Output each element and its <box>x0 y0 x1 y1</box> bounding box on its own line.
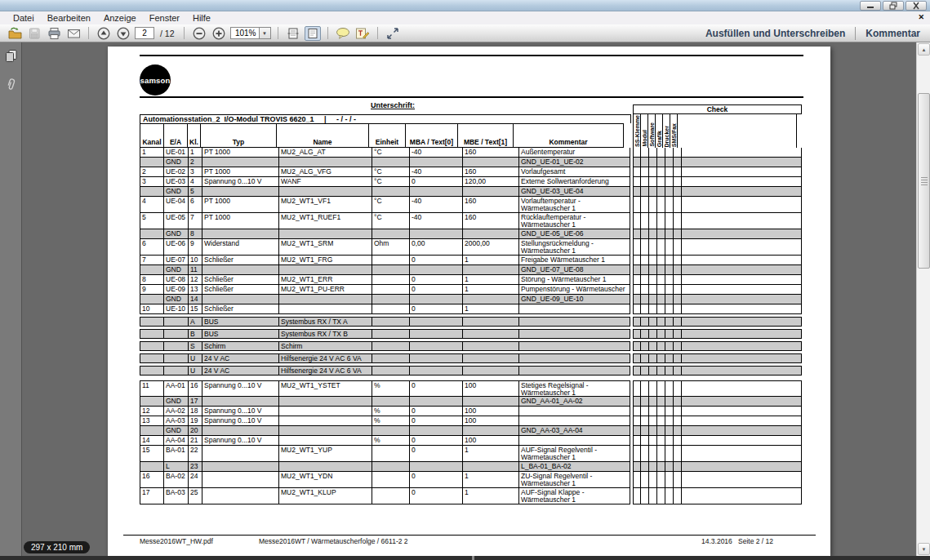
check-cell <box>674 187 682 197</box>
cell-mba <box>410 158 463 167</box>
header-rule-bottom <box>140 96 803 98</box>
table-row: SSchirmSchirm <box>140 341 802 351</box>
cell-mba: 0 <box>410 177 463 187</box>
cell-einheit <box>372 472 410 488</box>
close-button[interactable] <box>906 1 927 11</box>
check-cell <box>657 380 665 397</box>
check-cell <box>641 462 649 472</box>
cell-typ: PT 1000 <box>202 148 279 158</box>
check-cell <box>641 397 649 407</box>
fullscreen-button[interactable] <box>385 26 401 41</box>
check-cell <box>649 256 657 265</box>
check-cell <box>633 472 641 488</box>
sign-tool-button[interactable] <box>354 26 371 41</box>
resize-notch <box>472 556 474 560</box>
cell-mbe <box>463 353 519 363</box>
menu-datei[interactable]: Datei <box>7 13 41 23</box>
email-button[interactable] <box>65 26 82 41</box>
cell-ea: GND <box>164 265 189 275</box>
menu-anzeige[interactable]: Anzeige <box>97 13 143 23</box>
cell-mba: 0 <box>410 304 463 314</box>
single-page-view-button[interactable] <box>305 26 321 41</box>
check-cell <box>665 229 674 239</box>
save-button[interactable] <box>26 26 42 41</box>
minimize-button[interactable] <box>860 1 881 11</box>
zoom-in-button[interactable] <box>211 26 227 41</box>
menubar: Datei Bearbeiten Anzeige Fenster Hilfe ✕ <box>0 11 930 24</box>
titlebar[interactable] <box>0 0 930 11</box>
window-bottom-border <box>0 556 930 560</box>
cell-ea: UE-06 <box>164 239 189 256</box>
cell-mbe: 100 <box>463 407 519 416</box>
check-cell <box>649 426 657 436</box>
zoom-out-button[interactable] <box>191 26 207 41</box>
cell-ea: AA-03 <box>164 416 189 426</box>
menu-bearbeiten[interactable]: Bearbeiten <box>41 13 97 23</box>
cell-kommentar: Vorlaufgesamt <box>519 167 630 177</box>
scroll-down-button[interactable]: ▼ <box>918 543 930 555</box>
check-cell <box>641 341 649 351</box>
cell-kl: 6 <box>189 197 202 213</box>
cell-mbe: 1 <box>463 446 519 462</box>
check-wide-cell <box>682 275 802 285</box>
cell-kanal <box>140 341 164 351</box>
check-cell <box>657 239 665 256</box>
scrollbar-thumb[interactable] <box>918 93 930 269</box>
scrollbar-grip-icon <box>921 177 928 185</box>
next-page-button[interactable] <box>115 26 131 41</box>
table-row: ABUSSystembus RX / TX A <box>140 317 802 327</box>
cell-mbe: 160 <box>463 148 519 158</box>
check-cell <box>674 426 682 436</box>
cell-ea <box>164 317 189 327</box>
page-number-input[interactable] <box>135 27 154 39</box>
column-header: Kl. <box>187 123 201 148</box>
print-button[interactable] <box>46 26 62 41</box>
table-row: GND20GND_AA-03_AA-04 <box>140 426 802 436</box>
check-cell <box>649 285 657 295</box>
document-canvas[interactable]: samson Unterschrift: Check Automationsst… <box>22 42 916 556</box>
check-cell <box>674 462 682 472</box>
previous-page-button[interactable] <box>96 26 112 41</box>
attachments-button[interactable] <box>5 78 17 96</box>
fill-sign-button[interactable]: Ausfüllen und Unterschreiben <box>705 28 845 39</box>
cell-kl: 19 <box>189 416 202 426</box>
check-cell <box>665 275 674 285</box>
zoom-level-value[interactable]: 101% <box>230 27 260 39</box>
check-cell <box>674 256 682 265</box>
scrolling-mode-button[interactable] <box>285 26 301 41</box>
single-page-icon <box>307 28 318 39</box>
cell-mbe <box>463 397 519 407</box>
table-row: 12AA-0218Spannung 0...10 V%0100 <box>140 407 802 416</box>
menubar-close-icon[interactable]: ✕ <box>918 13 924 21</box>
check-cell <box>649 488 657 504</box>
cell-typ: PT 1000 <box>202 197 279 213</box>
page-thumbnails-button[interactable] <box>4 49 18 66</box>
cell-typ: Schließer <box>202 285 279 295</box>
cell-name: MU2_WT1_YDN <box>279 472 372 488</box>
sign-icon <box>355 27 370 40</box>
vertical-scrollbar[interactable]: ▲ ▼ <box>916 42 930 556</box>
cell-name: WANF <box>279 177 372 187</box>
cell-einheit <box>372 229 410 239</box>
check-cell <box>674 229 682 239</box>
menu-hilfe[interactable]: Hilfe <box>186 13 217 23</box>
comment-bubble-icon <box>336 27 350 40</box>
restore-icon <box>888 2 898 10</box>
comment-panel-button[interactable]: Kommentar <box>865 28 920 39</box>
menu-fenster[interactable]: Fenster <box>143 13 186 23</box>
check-cell <box>674 197 682 213</box>
footer-page-number: Seite 2 / 12 <box>738 537 773 545</box>
scroll-up-button[interactable]: ▲ <box>918 43 930 56</box>
check-cell <box>649 446 657 462</box>
cell-ea: GND <box>164 229 189 239</box>
cell-name: Systembus RX / TX B <box>279 329 372 339</box>
cell-name: MU2_WT1_KLUP <box>279 488 372 504</box>
restore-button[interactable] <box>883 1 904 11</box>
zoom-dropdown-button[interactable]: ▼ <box>260 27 271 39</box>
check-cell <box>674 397 682 407</box>
cell-kommentar: GND_AA-01_AA-02 <box>519 397 630 407</box>
cell-kanal: 3 <box>140 177 164 187</box>
check-cell <box>649 329 657 339</box>
open-file-button[interactable] <box>7 26 23 41</box>
comment-tool-button[interactable] <box>335 26 351 41</box>
